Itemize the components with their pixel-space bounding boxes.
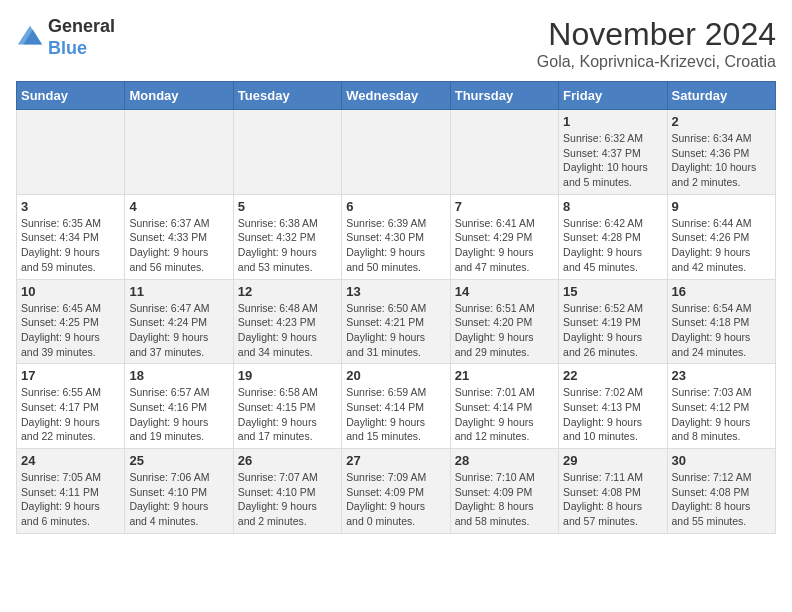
day-number: 21	[455, 368, 554, 383]
day-info: Sunrise: 6:54 AM Sunset: 4:18 PM Dayligh…	[672, 301, 771, 360]
day-info: Sunrise: 6:51 AM Sunset: 4:20 PM Dayligh…	[455, 301, 554, 360]
calendar-cell: 28Sunrise: 7:10 AM Sunset: 4:09 PM Dayli…	[450, 449, 558, 534]
day-number: 14	[455, 284, 554, 299]
calendar-cell: 11Sunrise: 6:47 AM Sunset: 4:24 PM Dayli…	[125, 279, 233, 364]
calendar-cell: 13Sunrise: 6:50 AM Sunset: 4:21 PM Dayli…	[342, 279, 450, 364]
day-info: Sunrise: 6:39 AM Sunset: 4:30 PM Dayligh…	[346, 216, 445, 275]
day-info: Sunrise: 7:09 AM Sunset: 4:09 PM Dayligh…	[346, 470, 445, 529]
calendar-cell: 30Sunrise: 7:12 AM Sunset: 4:08 PM Dayli…	[667, 449, 775, 534]
day-info: Sunrise: 6:42 AM Sunset: 4:28 PM Dayligh…	[563, 216, 662, 275]
location: Gola, Koprivnica-Krizevci, Croatia	[537, 53, 776, 71]
logo: General Blue	[16, 16, 115, 59]
day-info: Sunrise: 7:05 AM Sunset: 4:11 PM Dayligh…	[21, 470, 120, 529]
calendar-body: 1Sunrise: 6:32 AM Sunset: 4:37 PM Daylig…	[17, 110, 776, 534]
day-info: Sunrise: 6:34 AM Sunset: 4:36 PM Dayligh…	[672, 131, 771, 190]
day-info: Sunrise: 7:06 AM Sunset: 4:10 PM Dayligh…	[129, 470, 228, 529]
calendar-table: SundayMondayTuesdayWednesdayThursdayFrid…	[16, 81, 776, 534]
day-number: 18	[129, 368, 228, 383]
day-info: Sunrise: 6:52 AM Sunset: 4:19 PM Dayligh…	[563, 301, 662, 360]
weekday-header: Thursday	[450, 82, 558, 110]
day-number: 19	[238, 368, 337, 383]
calendar-cell: 3Sunrise: 6:35 AM Sunset: 4:34 PM Daylig…	[17, 194, 125, 279]
day-info: Sunrise: 7:02 AM Sunset: 4:13 PM Dayligh…	[563, 385, 662, 444]
calendar-cell: 5Sunrise: 6:38 AM Sunset: 4:32 PM Daylig…	[233, 194, 341, 279]
calendar-cell: 22Sunrise: 7:02 AM Sunset: 4:13 PM Dayli…	[559, 364, 667, 449]
day-info: Sunrise: 7:10 AM Sunset: 4:09 PM Dayligh…	[455, 470, 554, 529]
calendar-cell: 18Sunrise: 6:57 AM Sunset: 4:16 PM Dayli…	[125, 364, 233, 449]
day-info: Sunrise: 6:35 AM Sunset: 4:34 PM Dayligh…	[21, 216, 120, 275]
day-info: Sunrise: 6:59 AM Sunset: 4:14 PM Dayligh…	[346, 385, 445, 444]
calendar-cell: 27Sunrise: 7:09 AM Sunset: 4:09 PM Dayli…	[342, 449, 450, 534]
day-info: Sunrise: 6:58 AM Sunset: 4:15 PM Dayligh…	[238, 385, 337, 444]
day-number: 10	[21, 284, 120, 299]
calendar-cell: 17Sunrise: 6:55 AM Sunset: 4:17 PM Dayli…	[17, 364, 125, 449]
weekday-header: Monday	[125, 82, 233, 110]
day-number: 25	[129, 453, 228, 468]
day-number: 29	[563, 453, 662, 468]
day-info: Sunrise: 6:55 AM Sunset: 4:17 PM Dayligh…	[21, 385, 120, 444]
day-info: Sunrise: 7:11 AM Sunset: 4:08 PM Dayligh…	[563, 470, 662, 529]
day-info: Sunrise: 6:37 AM Sunset: 4:33 PM Dayligh…	[129, 216, 228, 275]
day-number: 13	[346, 284, 445, 299]
day-number: 17	[21, 368, 120, 383]
day-info: Sunrise: 6:32 AM Sunset: 4:37 PM Dayligh…	[563, 131, 662, 190]
day-info: Sunrise: 6:44 AM Sunset: 4:26 PM Dayligh…	[672, 216, 771, 275]
day-info: Sunrise: 6:50 AM Sunset: 4:21 PM Dayligh…	[346, 301, 445, 360]
day-number: 15	[563, 284, 662, 299]
day-info: Sunrise: 7:01 AM Sunset: 4:14 PM Dayligh…	[455, 385, 554, 444]
logo-icon	[16, 24, 44, 52]
day-number: 30	[672, 453, 771, 468]
day-number: 28	[455, 453, 554, 468]
calendar-cell: 1Sunrise: 6:32 AM Sunset: 4:37 PM Daylig…	[559, 110, 667, 195]
calendar-cell: 15Sunrise: 6:52 AM Sunset: 4:19 PM Dayli…	[559, 279, 667, 364]
calendar-cell: 23Sunrise: 7:03 AM Sunset: 4:12 PM Dayli…	[667, 364, 775, 449]
day-number: 12	[238, 284, 337, 299]
day-number: 4	[129, 199, 228, 214]
logo-blue: Blue	[48, 38, 115, 60]
month-title: November 2024	[537, 16, 776, 53]
day-info: Sunrise: 7:03 AM Sunset: 4:12 PM Dayligh…	[672, 385, 771, 444]
calendar-cell: 16Sunrise: 6:54 AM Sunset: 4:18 PM Dayli…	[667, 279, 775, 364]
day-info: Sunrise: 6:57 AM Sunset: 4:16 PM Dayligh…	[129, 385, 228, 444]
weekday-header: Saturday	[667, 82, 775, 110]
calendar-cell: 24Sunrise: 7:05 AM Sunset: 4:11 PM Dayli…	[17, 449, 125, 534]
weekday-header: Friday	[559, 82, 667, 110]
day-number: 24	[21, 453, 120, 468]
weekday-header: Wednesday	[342, 82, 450, 110]
calendar-cell	[450, 110, 558, 195]
day-number: 7	[455, 199, 554, 214]
calendar-cell	[233, 110, 341, 195]
day-number: 16	[672, 284, 771, 299]
calendar-cell: 8Sunrise: 6:42 AM Sunset: 4:28 PM Daylig…	[559, 194, 667, 279]
day-number: 9	[672, 199, 771, 214]
calendar-cell: 6Sunrise: 6:39 AM Sunset: 4:30 PM Daylig…	[342, 194, 450, 279]
weekday-header: Tuesday	[233, 82, 341, 110]
day-info: Sunrise: 6:47 AM Sunset: 4:24 PM Dayligh…	[129, 301, 228, 360]
calendar-week-row: 1Sunrise: 6:32 AM Sunset: 4:37 PM Daylig…	[17, 110, 776, 195]
calendar-cell	[125, 110, 233, 195]
day-number: 1	[563, 114, 662, 129]
calendar-cell: 26Sunrise: 7:07 AM Sunset: 4:10 PM Dayli…	[233, 449, 341, 534]
day-number: 22	[563, 368, 662, 383]
day-number: 2	[672, 114, 771, 129]
weekday-row: SundayMondayTuesdayWednesdayThursdayFrid…	[17, 82, 776, 110]
calendar-cell: 10Sunrise: 6:45 AM Sunset: 4:25 PM Dayli…	[17, 279, 125, 364]
day-number: 3	[21, 199, 120, 214]
day-number: 5	[238, 199, 337, 214]
page-header: General Blue November 2024 Gola, Koprivn…	[16, 16, 776, 71]
calendar-cell: 7Sunrise: 6:41 AM Sunset: 4:29 PM Daylig…	[450, 194, 558, 279]
calendar-cell	[17, 110, 125, 195]
calendar-week-row: 10Sunrise: 6:45 AM Sunset: 4:25 PM Dayli…	[17, 279, 776, 364]
calendar-cell: 25Sunrise: 7:06 AM Sunset: 4:10 PM Dayli…	[125, 449, 233, 534]
calendar-cell: 20Sunrise: 6:59 AM Sunset: 4:14 PM Dayli…	[342, 364, 450, 449]
calendar-cell	[342, 110, 450, 195]
weekday-header: Sunday	[17, 82, 125, 110]
calendar-header: SundayMondayTuesdayWednesdayThursdayFrid…	[17, 82, 776, 110]
calendar-cell: 9Sunrise: 6:44 AM Sunset: 4:26 PM Daylig…	[667, 194, 775, 279]
calendar-cell: 14Sunrise: 6:51 AM Sunset: 4:20 PM Dayli…	[450, 279, 558, 364]
calendar-week-row: 24Sunrise: 7:05 AM Sunset: 4:11 PM Dayli…	[17, 449, 776, 534]
day-info: Sunrise: 6:48 AM Sunset: 4:23 PM Dayligh…	[238, 301, 337, 360]
day-number: 8	[563, 199, 662, 214]
title-area: November 2024 Gola, Koprivnica-Krizevci,…	[537, 16, 776, 71]
day-info: Sunrise: 7:12 AM Sunset: 4:08 PM Dayligh…	[672, 470, 771, 529]
